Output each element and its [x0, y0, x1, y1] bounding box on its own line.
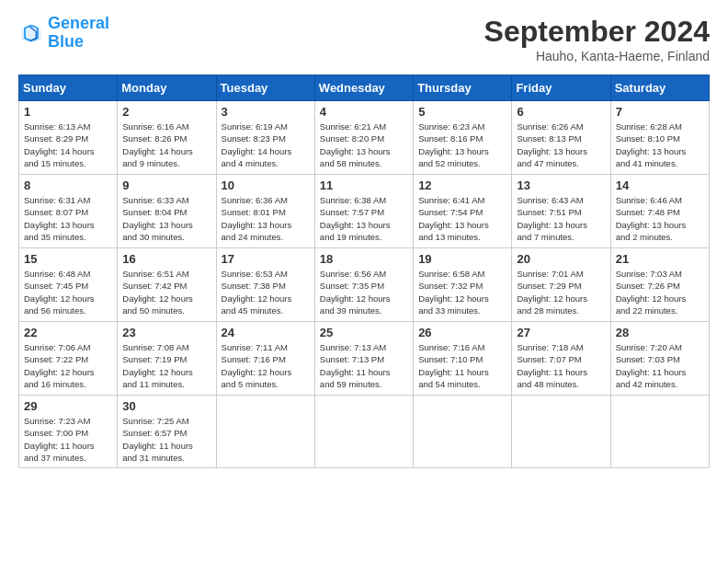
month-title: September 2024 — [484, 15, 710, 49]
day-4: 4 Sunrise: 6:21 AMSunset: 8:20 PMDayligh… — [314, 101, 413, 175]
col-wednesday: Wednesday — [314, 75, 413, 101]
week-row-2: 8 Sunrise: 6:31 AMSunset: 8:07 PMDayligh… — [19, 175, 710, 248]
day-10: 10 Sunrise: 6:36 AMSunset: 8:01 PMDaylig… — [216, 175, 314, 248]
page: General Blue September 2024 Hauho, Kanta… — [0, 0, 728, 563]
day-14: 14 Sunrise: 6:46 AMSunset: 7:48 PMDaylig… — [610, 175, 709, 248]
day-24: 24 Sunrise: 7:11 AMSunset: 7:16 PMDaylig… — [216, 322, 314, 396]
day-30: 30 Sunrise: 7:25 AMSunset: 6:57 PMDaylig… — [118, 396, 216, 468]
week-row-4: 22 Sunrise: 7:06 AMSunset: 7:22 PMDaylig… — [19, 322, 710, 396]
empty-cell-1 — [216, 396, 314, 468]
day-9: 9 Sunrise: 6:33 AMSunset: 8:04 PMDayligh… — [118, 175, 216, 248]
col-tuesday: Tuesday — [216, 75, 314, 101]
day-11: 11 Sunrise: 6:38 AMSunset: 7:57 PMDaylig… — [314, 175, 413, 248]
col-saturday: Saturday — [610, 75, 709, 101]
day-15: 15 Sunrise: 6:48 AMSunset: 7:45 PMDaylig… — [19, 248, 118, 322]
col-monday: Monday — [118, 75, 216, 101]
logo-general: General — [48, 14, 109, 32]
empty-cell-2 — [314, 396, 413, 468]
week-row-3: 15 Sunrise: 6:48 AMSunset: 7:45 PMDaylig… — [19, 248, 710, 322]
logo-icon — [18, 20, 44, 46]
day-17: 17 Sunrise: 6:53 AMSunset: 7:38 PMDaylig… — [216, 248, 314, 322]
day-19: 19 Sunrise: 6:58 AMSunset: 7:32 PMDaylig… — [414, 248, 512, 322]
week-row-1: 1 Sunrise: 6:13 AMSunset: 8:29 PMDayligh… — [19, 101, 710, 175]
day-3: 3 Sunrise: 6:19 AMSunset: 8:23 PMDayligh… — [216, 101, 314, 175]
title-block: September 2024 Hauho, Kanta-Haeme, Finla… — [484, 15, 710, 63]
day-29: 29 Sunrise: 7:23 AMSunset: 7:00 PMDaylig… — [19, 396, 118, 468]
header: General Blue September 2024 Hauho, Kanta… — [18, 15, 710, 63]
day-16: 16 Sunrise: 6:51 AMSunset: 7:42 PMDaylig… — [118, 248, 216, 322]
day-1: 1 Sunrise: 6:13 AMSunset: 8:29 PMDayligh… — [19, 101, 118, 175]
day-26: 26 Sunrise: 7:16 AMSunset: 7:10 PMDaylig… — [414, 322, 512, 396]
calendar: Sunday Monday Tuesday Wednesday Thursday… — [18, 75, 710, 468]
location: Hauho, Kanta-Haeme, Finland — [484, 49, 710, 63]
day-13: 13 Sunrise: 6:43 AMSunset: 7:51 PMDaylig… — [512, 175, 610, 248]
day-2: 2 Sunrise: 6:16 AMSunset: 8:26 PMDayligh… — [118, 101, 216, 175]
day-20: 20 Sunrise: 7:01 AMSunset: 7:29 PMDaylig… — [512, 248, 610, 322]
calendar-header-row: Sunday Monday Tuesday Wednesday Thursday… — [19, 75, 710, 101]
col-thursday: Thursday — [414, 75, 512, 101]
col-sunday: Sunday — [19, 75, 118, 101]
empty-cell-5 — [610, 396, 709, 468]
day-6: 6 Sunrise: 6:26 AMSunset: 8:13 PMDayligh… — [512, 101, 610, 175]
day-25: 25 Sunrise: 7:13 AMSunset: 7:13 PMDaylig… — [314, 322, 413, 396]
logo: General Blue — [18, 15, 109, 52]
day-21: 21 Sunrise: 7:03 AMSunset: 7:26 PMDaylig… — [610, 248, 709, 322]
empty-cell-3 — [414, 396, 512, 468]
day-22: 22 Sunrise: 7:06 AMSunset: 7:22 PMDaylig… — [19, 322, 118, 396]
day-27: 27 Sunrise: 7:18 AMSunset: 7:07 PMDaylig… — [512, 322, 610, 396]
day-28: 28 Sunrise: 7:20 AMSunset: 7:03 PMDaylig… — [610, 322, 709, 396]
day-23: 23 Sunrise: 7:08 AMSunset: 7:19 PMDaylig… — [118, 322, 216, 396]
day-5: 5 Sunrise: 6:23 AMSunset: 8:16 PMDayligh… — [414, 101, 512, 175]
day-18: 18 Sunrise: 6:56 AMSunset: 7:35 PMDaylig… — [314, 248, 413, 322]
day-8: 8 Sunrise: 6:31 AMSunset: 8:07 PMDayligh… — [19, 175, 118, 248]
col-friday: Friday — [512, 75, 610, 101]
day-12: 12 Sunrise: 6:41 AMSunset: 7:54 PMDaylig… — [414, 175, 512, 248]
day-7: 7 Sunrise: 6:28 AMSunset: 8:10 PMDayligh… — [610, 101, 709, 175]
logo-text: General Blue — [48, 15, 109, 52]
empty-cell-4 — [512, 396, 610, 468]
logo-blue: Blue — [48, 32, 84, 51]
week-row-5: 29 Sunrise: 7:23 AMSunset: 7:00 PMDaylig… — [19, 396, 710, 468]
